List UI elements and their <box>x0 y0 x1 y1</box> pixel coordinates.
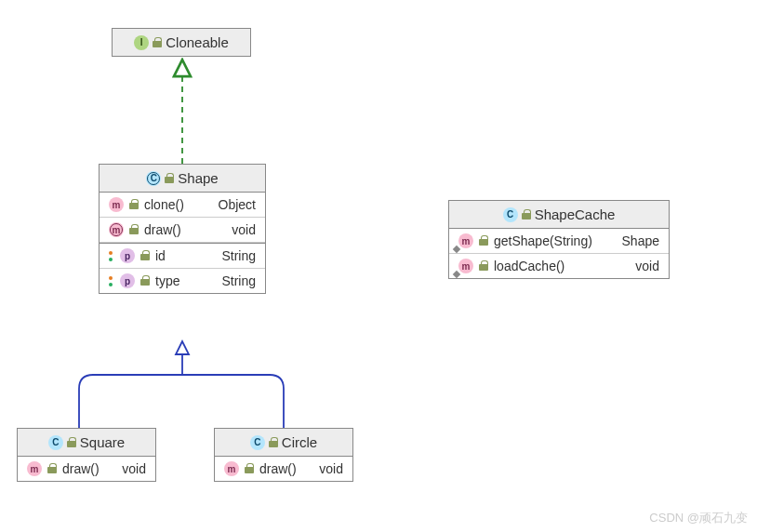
method-icon: m <box>458 259 473 273</box>
lock-icon <box>129 199 139 210</box>
property-icon: p <box>120 248 135 263</box>
interface-icon: I <box>134 35 149 50</box>
class-icon: C <box>48 435 63 450</box>
method-type: void <box>319 461 343 476</box>
lock-icon <box>165 173 174 184</box>
property-type: String <box>221 248 256 263</box>
lock-icon <box>269 437 278 448</box>
square-title: C Square <box>18 429 155 457</box>
lock-icon <box>47 463 57 474</box>
generalization-arrowhead <box>176 341 189 354</box>
method-name: loadCache() <box>494 259 620 273</box>
class-shape: C Shape m clone() Object m draw() void p… <box>99 164 266 294</box>
circle-name: Circle <box>282 434 317 450</box>
lock-icon <box>140 275 150 286</box>
shape-title: C Shape <box>100 165 265 193</box>
property-icon: p <box>120 273 135 288</box>
method-row: m clone() Object <box>100 193 265 218</box>
method-row: m draw() void <box>100 218 265 243</box>
class-shapecache: C ShapeCache m getShape(String) Shape m … <box>448 200 670 279</box>
method-name: getShape(String) <box>494 233 607 248</box>
watermark: CSDN @顽石九变 <box>649 510 748 526</box>
method-type: Object <box>219 197 256 212</box>
lock-icon <box>479 235 488 246</box>
property-dots-icon <box>109 274 114 287</box>
class-circle: C Circle m draw() void <box>214 428 353 482</box>
cloneable-title: I Cloneable <box>113 29 250 56</box>
class-icon: C <box>250 435 265 450</box>
lock-icon <box>67 437 76 448</box>
cloneable-name: Cloneable <box>166 34 229 50</box>
square-name: Square <box>80 434 125 450</box>
property-name: id <box>155 248 206 263</box>
shape-name: Shape <box>178 170 218 186</box>
property-row: p type String <box>100 269 265 293</box>
method-icon: m <box>224 461 239 476</box>
method-row: m getShape(String) Shape <box>449 229 669 254</box>
property-dots-icon <box>109 249 114 262</box>
lock-icon <box>129 224 139 235</box>
class-icon: C <box>503 207 518 222</box>
class-square: C Square m draw() void <box>17 428 156 482</box>
method-type: void <box>122 461 146 476</box>
property-row: p id String <box>100 243 265 269</box>
interface-cloneable: I Cloneable <box>112 28 251 57</box>
method-name: draw() <box>62 461 107 476</box>
method-name: draw() <box>144 222 217 237</box>
method-name: draw() <box>259 461 304 476</box>
method-type: void <box>635 259 659 273</box>
method-row: m loadCache() void <box>449 254 669 278</box>
gen-branch-circle <box>182 375 284 428</box>
shapecache-title: C ShapeCache <box>449 201 669 229</box>
lock-icon <box>479 260 488 272</box>
method-icon: m <box>109 197 124 212</box>
method-row: m draw() void <box>215 457 352 481</box>
abstract-method-icon: m <box>109 222 124 237</box>
lock-icon <box>522 209 531 220</box>
static-icon <box>453 246 460 253</box>
lock-icon <box>153 37 162 48</box>
method-icon: m <box>458 233 473 248</box>
shapecache-name: ShapeCache <box>535 206 616 222</box>
lock-icon <box>245 463 254 474</box>
method-type: Shape <box>622 233 659 248</box>
static-icon <box>453 271 460 278</box>
abstract-class-icon: C <box>146 171 161 186</box>
property-name: type <box>155 273 206 288</box>
method-type: void <box>232 222 256 237</box>
gen-branch-square <box>79 375 182 428</box>
method-name: clone() <box>144 197 204 212</box>
method-icon: m <box>27 461 42 476</box>
method-row: m draw() void <box>18 457 155 481</box>
circle-title: C Circle <box>215 429 352 457</box>
property-type: String <box>221 273 256 288</box>
lock-icon <box>140 250 150 261</box>
